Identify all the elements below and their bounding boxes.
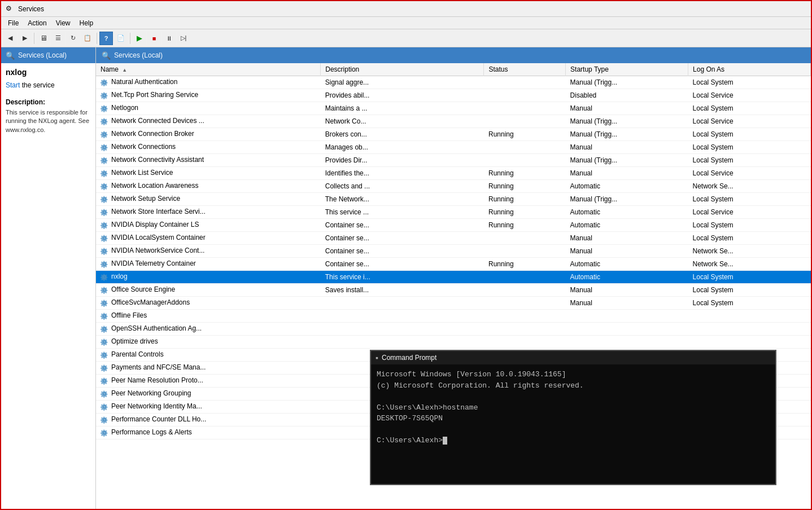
service-status-cell xyxy=(484,232,566,245)
service-name-text: Offline Files xyxy=(111,311,147,319)
service-startup-cell: Automatic xyxy=(566,206,688,219)
col-header-logon[interactable]: Log On As xyxy=(688,63,811,76)
refresh-button[interactable]: ↻ xyxy=(66,32,80,45)
service-name-cell: NVIDIA Telemetry Container xyxy=(96,258,321,271)
service-status-cell xyxy=(484,89,566,102)
table-row[interactable]: OfficeSvcManagerAddonsManualLocal System xyxy=(96,297,811,310)
col-header-description[interactable]: Description xyxy=(321,63,484,76)
service-logon-cell: Local System xyxy=(688,232,811,245)
service-gear-icon xyxy=(101,130,110,139)
table-row[interactable]: Network ConnectionsManages ob...ManualLo… xyxy=(96,141,811,154)
service-status-cell xyxy=(484,310,566,323)
table-row[interactable]: Network Connection BrokerBrokers con...R… xyxy=(96,128,811,141)
cmd-line-6 xyxy=(377,424,770,436)
play-button[interactable]: ▶ xyxy=(133,32,146,45)
service-gear-icon xyxy=(101,78,110,87)
start-service-link[interactable]: Start xyxy=(6,81,20,89)
col-header-status[interactable]: Status xyxy=(484,63,566,76)
table-row[interactable]: Net.Tcp Port Sharing ServiceProvides abi… xyxy=(96,89,811,102)
sidebar-start-container: Start the service xyxy=(6,81,91,89)
service-startup-cell: Manual xyxy=(566,297,688,310)
cmd-title-text: Command Prompt xyxy=(382,354,771,362)
service-desc-cell: Collects and ... xyxy=(321,180,484,193)
toolbar: ◀ ▶ 🖥 ☰ ↻ 📋 ? 📄 ▶ ■ ⏸ ▷| xyxy=(1,29,811,47)
help-button[interactable]: ? xyxy=(99,32,113,45)
properties-button[interactable]: 📄 xyxy=(114,32,128,45)
menu-action[interactable]: Action xyxy=(23,18,51,28)
service-gear-icon xyxy=(101,324,110,333)
service-startup-cell: Manual xyxy=(566,167,688,180)
service-logon-cell: Local System xyxy=(688,284,811,297)
show-console-button[interactable]: 🖥 xyxy=(37,32,50,45)
cmd-overlay[interactable]: ▪ Command Prompt Microsoft Windows [Vers… xyxy=(370,350,776,485)
service-name-text: Optimize drives xyxy=(111,337,158,345)
table-row[interactable]: Network Store Interface Servi...This ser… xyxy=(96,206,811,219)
service-desc-cell xyxy=(321,336,484,349)
service-desc-cell: Maintains a ... xyxy=(321,102,484,115)
menu-help[interactable]: Help xyxy=(75,18,98,28)
cmd-line-2: (c) Microsoft Corporation. All rights re… xyxy=(377,380,770,392)
table-row[interactable]: NVIDIA NetworkService Cont...Container s… xyxy=(96,245,811,258)
table-row[interactable]: Natural AuthenticationSignal aggre...Man… xyxy=(96,76,811,89)
service-logon-cell: Local System xyxy=(688,154,811,167)
table-row[interactable]: NVIDIA Display Container LSContainer se.… xyxy=(96,219,811,232)
service-gear-icon xyxy=(101,298,110,307)
col-header-startup[interactable]: Startup Type xyxy=(566,63,688,76)
service-startup-cell: Manual xyxy=(566,102,688,115)
table-row[interactable]: Network Connected Devices ...Network Co.… xyxy=(96,115,811,128)
service-status-cell: Running xyxy=(484,180,566,193)
table-row[interactable]: Optimize drives xyxy=(96,336,811,349)
service-status-cell xyxy=(484,154,566,167)
table-row[interactable]: OpenSSH Authentication Ag... xyxy=(96,323,811,336)
col-header-name[interactable]: Name ▲ xyxy=(96,63,321,76)
service-name-text: NVIDIA NetworkService Cont... xyxy=(111,247,204,254)
table-row[interactable]: NVIDIA Telemetry ContainerContainer se..… xyxy=(96,258,811,271)
service-logon-cell: Local System xyxy=(688,193,811,206)
table-row[interactable]: Network Setup ServiceThe Network...Runni… xyxy=(96,193,811,206)
service-name-cell: OfficeSvcManagerAddons xyxy=(96,297,321,310)
service-status-cell: Running xyxy=(484,219,566,232)
sidebar-content: nxlog Start the service Description: Thi… xyxy=(1,63,95,509)
service-startup-cell: Manual (Trigg... xyxy=(566,193,688,206)
service-gear-icon xyxy=(101,221,110,230)
service-name-text: Network Setup Service xyxy=(111,195,180,203)
service-name-text: Network List Service xyxy=(111,169,173,177)
service-status-cell xyxy=(484,245,566,258)
service-startup-cell: Manual xyxy=(566,284,688,297)
service-desc-cell: Provides Dir... xyxy=(321,154,484,167)
sidebar-search-icon: 🔍 xyxy=(6,51,15,60)
service-desc-cell: Brokers con... xyxy=(321,128,484,141)
table-row[interactable]: Network List ServiceIdentifies the...Run… xyxy=(96,167,811,180)
table-row[interactable]: Offline Files xyxy=(96,310,811,323)
service-gear-icon xyxy=(101,104,110,113)
table-row[interactable]: Network Location AwarenessCollects and .… xyxy=(96,180,811,193)
export-button[interactable]: 📋 xyxy=(81,32,94,45)
service-logon-cell xyxy=(688,310,811,323)
forward-button[interactable]: ▶ xyxy=(18,32,32,45)
service-name-cell: Peer Name Resolution Proto... xyxy=(96,375,321,388)
table-row[interactable]: Network Connectivity AssistantProvides D… xyxy=(96,154,811,167)
service-gear-icon xyxy=(101,247,110,256)
service-name-text: NVIDIA Telemetry Container xyxy=(111,260,196,267)
service-name-text: Network Connectivity Assistant xyxy=(111,156,204,164)
service-logon-cell xyxy=(688,336,811,349)
service-name-text: Network Location Awareness xyxy=(111,182,199,190)
cmd-line-3 xyxy=(377,391,770,402)
service-gear-icon xyxy=(101,428,110,437)
table-row[interactable]: nxlogThis service i...AutomaticLocal Sys… xyxy=(96,271,811,284)
table-row[interactable]: NVIDIA LocalSystem ContainerContainer se… xyxy=(96,232,811,245)
service-name-text: Peer Networking Identity Ma... xyxy=(111,402,202,410)
restart-button[interactable]: ▷| xyxy=(177,32,190,45)
sidebar-description-label: Description: xyxy=(6,98,91,106)
service-desc-cell: Container se... xyxy=(321,219,484,232)
stop-button[interactable]: ■ xyxy=(147,32,161,45)
service-name-cell: NVIDIA LocalSystem Container xyxy=(96,232,321,245)
table-row[interactable]: NetlogonMaintains a ...ManualLocal Syste… xyxy=(96,102,811,115)
back-button[interactable]: ◀ xyxy=(3,32,17,45)
list-view-button[interactable]: ☰ xyxy=(51,32,65,45)
menu-view[interactable]: View xyxy=(51,18,75,28)
service-name-text: OfficeSvcManagerAddons xyxy=(111,298,190,306)
table-row[interactable]: Office Source EngineSaves install...Manu… xyxy=(96,284,811,297)
menu-file[interactable]: File xyxy=(3,18,23,28)
pause-button[interactable]: ⏸ xyxy=(162,32,176,45)
